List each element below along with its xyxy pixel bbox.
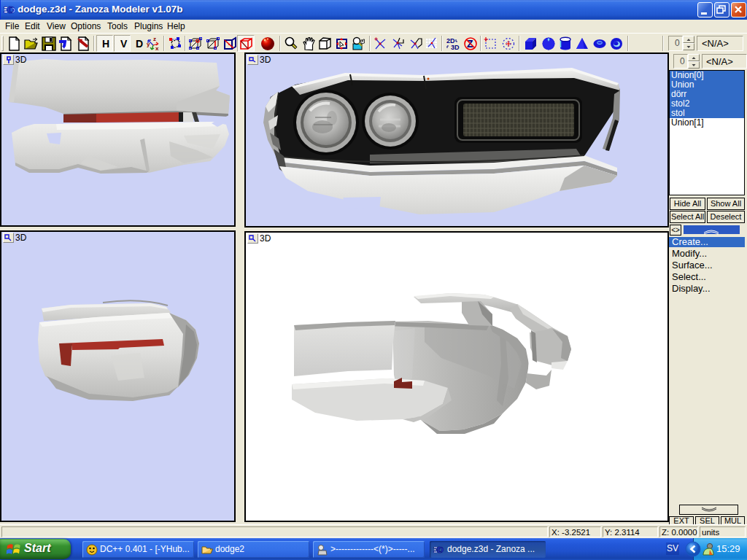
svg-text:y: y xyxy=(147,41,150,47)
svg-text:3D: 3D xyxy=(451,44,460,51)
svg-text:z: z xyxy=(153,36,156,42)
svg-text:x: x xyxy=(155,45,159,51)
